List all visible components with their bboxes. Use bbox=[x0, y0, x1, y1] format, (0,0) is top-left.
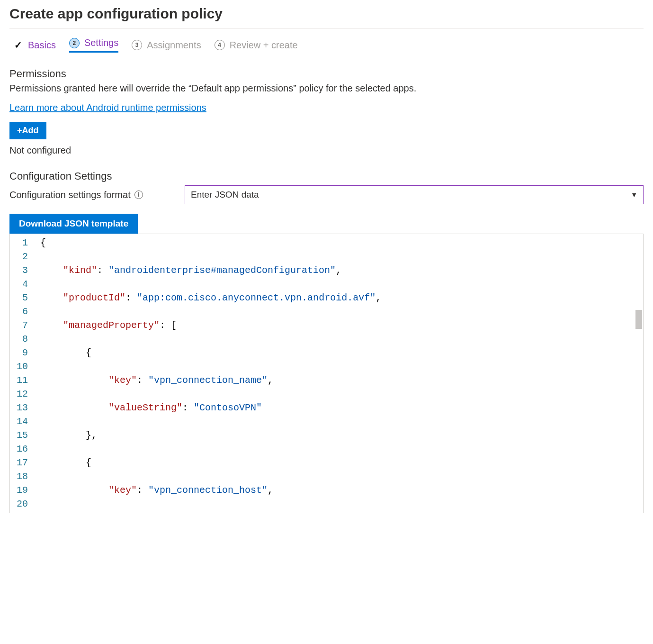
step-number-icon: 2 bbox=[69, 38, 80, 48]
divider bbox=[9, 28, 644, 29]
select-value: Enter JSON data bbox=[191, 190, 259, 200]
step-assignments[interactable]: 3 Assignments bbox=[132, 40, 201, 51]
wizard-stepper: ✓ Basics 2 Settings 3 Assignments 4 Revi… bbox=[9, 36, 644, 63]
info-icon[interactable]: i bbox=[134, 190, 143, 199]
step-label: Assignments bbox=[147, 40, 201, 51]
learn-more-link[interactable]: Learn more about Android runtime permiss… bbox=[9, 102, 206, 113]
json-editor[interactable]: 123456789101112131415161718192021 { "kin… bbox=[9, 234, 644, 513]
config-heading: Configuration Settings bbox=[9, 170, 644, 182]
scrollbar[interactable] bbox=[635, 310, 642, 329]
check-icon: ✓ bbox=[14, 39, 22, 51]
permissions-description: Permissions granted here will override t… bbox=[9, 83, 644, 94]
step-number-icon: 4 bbox=[215, 40, 225, 50]
add-button[interactable]: +Add bbox=[9, 122, 46, 139]
download-json-template-button[interactable]: Download JSON template bbox=[9, 214, 138, 234]
chevron-down-icon: ▼ bbox=[631, 191, 637, 199]
config-format-select[interactable]: Enter JSON data ▼ bbox=[185, 185, 644, 204]
config-format-label: Configuration settings format i bbox=[9, 190, 175, 200]
permissions-heading: Permissions bbox=[9, 68, 644, 80]
step-label: Review + create bbox=[230, 40, 298, 51]
permissions-status: Not configured bbox=[9, 145, 644, 156]
step-review-create[interactable]: 4 Review + create bbox=[215, 40, 298, 51]
step-number-icon: 3 bbox=[132, 40, 142, 50]
step-settings[interactable]: 2 Settings bbox=[69, 37, 118, 53]
step-label: Basics bbox=[28, 40, 56, 51]
editor-code-area[interactable]: { "kind": "androidenterprise#managedConf… bbox=[36, 234, 643, 513]
editor-gutter: 123456789101112131415161718192021 bbox=[10, 234, 36, 513]
config-format-label-text: Configuration settings format bbox=[9, 190, 131, 200]
step-label: Settings bbox=[84, 37, 118, 48]
page-title: Create app configuration policy bbox=[9, 0, 644, 28]
step-basics[interactable]: ✓ Basics bbox=[14, 39, 56, 51]
